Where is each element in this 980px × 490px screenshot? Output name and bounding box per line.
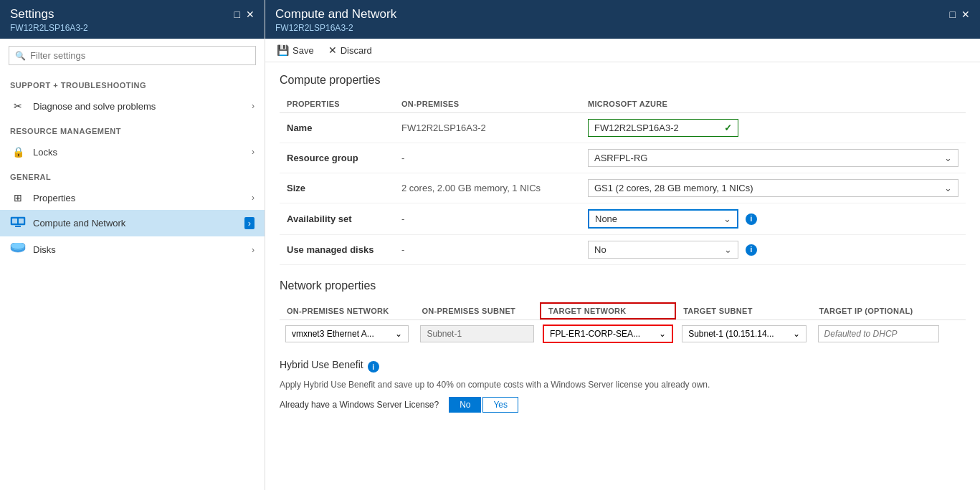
compute-network-panel: Compute and Network FW12R2LSP16A3-2 □ ✕ … (265, 0, 980, 490)
svg-rect-2 (19, 218, 24, 224)
table-row: Availability set - None ⌄ i (280, 203, 966, 235)
license-no-button[interactable]: No (449, 397, 481, 413)
disks-icon (10, 243, 26, 256)
dropdown-arrow-icon: ⌄ (724, 244, 732, 255)
prop-size-on-premises: 2 cores, 2.00 GB memory, 1 NICs (394, 173, 581, 203)
hybrid-title: Hybrid Use Benefit (280, 359, 363, 370)
compute-icon (10, 216, 26, 230)
discard-button[interactable]: ✕ Discard (328, 44, 372, 56)
name-select[interactable]: FW12R2LSP16A3-2 ✓ (588, 119, 738, 137)
on-premises-subnet-select: Subnet-1 (420, 325, 534, 342)
prop-name-azure: FW12R2LSP16A3-2 ✓ (581, 113, 966, 143)
lock-icon: 🔒 (10, 146, 26, 158)
right-minimize-button[interactable]: □ (950, 9, 956, 20)
rg-select[interactable]: ASRFPL-RG ⌄ (588, 149, 958, 167)
prop-size-azure: GS1 (2 cores, 28 GB memory, 1 NICs) ⌄ (581, 173, 966, 203)
svg-rect-1 (12, 218, 17, 224)
col-microsoft-azure: MICROSOFT AZURE (581, 95, 966, 113)
chevron-icon: › (252, 101, 254, 111)
save-icon: 💾 (277, 44, 289, 56)
prop-rg-on-premises: - (394, 143, 581, 173)
prop-managed-on-premises: - (394, 235, 581, 265)
right-panel-title: Compute and Network (275, 7, 396, 21)
target-ip-input[interactable] (818, 325, 939, 342)
search-input[interactable] (30, 50, 249, 61)
prop-name-label: Name (280, 113, 394, 143)
chevron-icon: › (252, 147, 254, 157)
left-panel-subtitle: FW12R2LSP16A3-2 (10, 23, 88, 33)
hybrid-benefit-section: Hybrid Use Benefit i Apply Hybrid Use Be… (280, 359, 966, 413)
col-properties: PROPERTIES (280, 95, 394, 113)
network-properties-table: ON-PREMISES NETWORK ON-PREMISES SUBNET T… (280, 302, 966, 347)
sidebar-item-properties[interactable]: ⊞ Properties › (0, 186, 265, 210)
dropdown-arrow-icon: ⌄ (723, 213, 731, 224)
search-icon: 🔍 (15, 51, 26, 61)
toolbar: 💾 Save ✕ Discard (265, 39, 980, 62)
network-section-title: Network properties (280, 279, 966, 292)
table-row: Use managed disks - No ⌄ i (280, 235, 966, 265)
avset-select[interactable]: None ⌄ (588, 209, 738, 229)
sidebar-item-locks[interactable]: 🔒 Locks › (0, 140, 265, 164)
size-select[interactable]: GS1 (2 cores, 28 GB memory, 1 NICs) ⌄ (588, 179, 958, 197)
availability-info-icon[interactable]: i (746, 213, 757, 225)
dropdown-arrow-icon: ⌄ (944, 183, 952, 193)
on-premises-network-cell: vmxnet3 Ethernet A... ⌄ (280, 320, 414, 348)
properties-icon: ⊞ (10, 192, 26, 203)
left-close-button[interactable]: ✕ (246, 9, 254, 20)
prop-size-label: Size (280, 173, 394, 203)
svg-rect-3 (15, 226, 21, 227)
right-close-button[interactable]: ✕ (961, 9, 970, 20)
sidebar-item-compute[interactable]: Compute and Network › (0, 210, 265, 236)
target-network-cell: FPL-ER1-CORP-SEA... ⌄ (540, 320, 676, 348)
dropdown-arrow-icon: ⌄ (659, 329, 666, 339)
chevron-icon: › (252, 193, 254, 203)
hybrid-description: Apply Hybrid Use Benefit and save up to … (280, 379, 966, 391)
on-premises-subnet-cell: Subnet-1 (414, 320, 540, 348)
col-target-ip: TARGET IP (OPTIONAL) (812, 302, 966, 320)
prop-avset-azure: None ⌄ i (581, 203, 966, 235)
col-on-premises-network: ON-PREMISES NETWORK (280, 302, 414, 320)
table-row: Name FW12R2LSP16A3-2 FW12R2LSP16A3-2 ✓ (280, 113, 966, 143)
left-minimize-button[interactable]: □ (234, 9, 240, 20)
section-label-support: SUPPORT + TROUBLESHOOTING (0, 72, 265, 94)
table-row: Size 2 cores, 2.00 GB memory, 1 NICs GS1… (280, 173, 966, 203)
section-label-resource: RESOURCE MANAGEMENT (0, 118, 265, 140)
search-box: 🔍 (9, 46, 256, 65)
discard-icon: ✕ (328, 44, 337, 56)
hybrid-info-icon[interactable]: i (368, 361, 379, 373)
target-network-select[interactable]: FPL-ER1-CORP-SEA... ⌄ (543, 325, 673, 343)
chevron-icon: › (252, 245, 254, 255)
diagnose-icon: ✂ (10, 100, 26, 112)
target-subnet-select[interactable]: Subnet-1 (10.151.14... ⌄ (682, 325, 806, 342)
dropdown-arrow-icon: ⌄ (395, 329, 402, 339)
prop-avset-label: Availability set (280, 203, 394, 235)
on-premises-network-select[interactable]: vmxnet3 Ethernet A... ⌄ (285, 325, 409, 342)
sidebar-item-diagnose-label: Diagnose and solve problems (33, 101, 156, 112)
prop-avset-on-premises: - (394, 203, 581, 235)
prop-managed-azure: No ⌄ i (581, 235, 966, 265)
target-ip-cell (812, 320, 966, 348)
prop-managed-label: Use managed disks (280, 235, 394, 265)
managed-disks-select[interactable]: No ⌄ (588, 241, 738, 259)
svg-point-6 (11, 243, 25, 249)
section-label-general: GENERAL (0, 164, 265, 186)
sidebar-item-compute-label: Compute and Network (33, 218, 125, 229)
prop-rg-label: Resource group (280, 143, 394, 173)
col-target-network: TARGET NETWORK (540, 302, 676, 320)
table-row: Resource group - ASRFPL-RG ⌄ (280, 143, 966, 173)
sidebar-item-diagnose[interactable]: ✂ Diagnose and solve problems › (0, 94, 265, 118)
compute-properties-table: PROPERTIES ON-PREMISES MICROSOFT AZURE N… (280, 95, 966, 265)
settings-panel: Settings FW12R2LSP16A3-2 □ ✕ 🔍 SUPPORT +… (0, 0, 265, 490)
save-button[interactable]: 💾 Save (277, 44, 314, 56)
prop-name-on-premises: FW12R2LSP16A3-2 (394, 113, 581, 143)
license-question: Already have a Windows Server License? (280, 400, 439, 410)
active-chevron-icon: › (244, 217, 254, 229)
left-header: Settings FW12R2LSP16A3-2 □ ✕ (0, 0, 265, 39)
license-yes-button[interactable]: Yes (482, 397, 518, 413)
right-header: Compute and Network FW12R2LSP16A3-2 □ ✕ (265, 0, 980, 39)
dropdown-arrow-icon: ⌄ (944, 153, 952, 163)
target-subnet-cell: Subnet-1 (10.151.14... ⌄ (676, 320, 812, 348)
managed-disks-info-icon[interactable]: i (746, 244, 757, 256)
sidebar-item-disks[interactable]: Disks › (0, 236, 265, 263)
compute-section-title: Compute properties (280, 74, 966, 87)
